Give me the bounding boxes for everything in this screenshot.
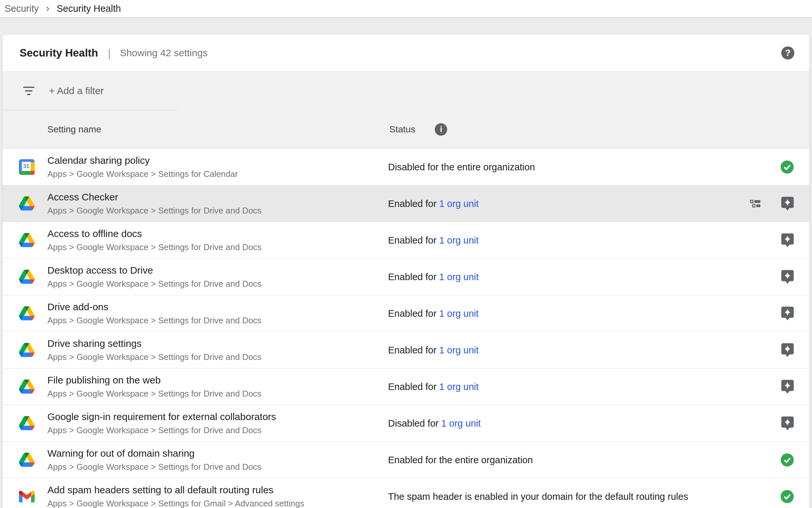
add-filter-button[interactable]: + Add a filter [49,85,104,96]
setting-path: Apps > Google Workspace > Settings for D… [47,352,261,362]
table-row[interactable]: File publishing on the webApps > Google … [3,369,809,405]
setting-name: File publishing on the web [47,375,261,386]
filter-icon[interactable] [23,87,35,95]
recommendation-badge-icon[interactable] [781,307,794,321]
org-unit-link[interactable]: 1 org unit [439,198,479,209]
help-icon[interactable]: ? [781,46,794,59]
setting-path: Apps > Google Workspace > Settings for C… [47,169,238,179]
recommendation-badge-icon[interactable] [781,343,794,357]
column-header-status-wrap: Status i [389,123,447,136]
table-row[interactable]: 31Calendar sharing policyApps > Google W… [3,149,809,185]
table-row[interactable]: Desktop access to DriveApps > Google Wor… [3,259,809,295]
status-ok-icon [781,454,794,466]
recommendation-badge-icon[interactable] [781,234,794,247]
status-text: Enabled for [388,271,436,282]
security-health-card: Security Health | Showing 42 settings ? … [3,35,809,508]
drive-icon [19,269,35,285]
drive-icon [19,196,35,212]
status-text: Enabled for the entire organization [388,454,533,465]
org-unit-link[interactable]: 1 org unit [439,235,479,245]
breadcrumb-security[interactable]: Security [5,3,39,14]
setting-name: Access Checker [47,192,261,203]
setting-name: Drive add-ons [47,301,261,312]
setting-name: Calendar sharing policy [47,155,238,166]
table-row[interactable]: Drive add-onsApps > Google Workspace > S… [3,295,809,332]
table-row[interactable]: Access CheckerApps > Google Workspace > … [3,185,809,222]
org-unit-link[interactable]: 1 org unit [439,381,479,392]
table-row[interactable]: Warning for out of domain sharingApps > … [3,441,809,478]
table-row[interactable]: Add spam headers setting to all default … [3,478,809,508]
column-header-setting-name: Setting name [47,124,101,135]
settings-table-body: 31Calendar sharing policyApps > Google W… [3,149,809,508]
drive-icon [19,416,35,431]
setting-name-cell: Warning for out of domain sharingApps > … [47,448,261,472]
table-header-row: Setting name Status i [3,110,809,149]
setting-name: Add spam headers setting to all default … [47,484,304,496]
card-header: Security Health | Showing 42 settings ? [3,35,809,72]
breadcrumb: Security › Security Health [0,0,812,17]
recommendation-badge-icon[interactable] [781,197,794,211]
status-cell: Disabled for the entire organization [388,162,535,172]
status-cell: Enabled for1 org unit [388,381,479,392]
setting-name: Access to offline docs [47,228,261,239]
status-text: Disabled for the entire organization [388,162,535,172]
drive-icon [19,306,35,321]
drive-icon [19,452,35,468]
setting-path: Apps > Google Workspace > Settings for D… [47,315,261,326]
info-icon[interactable]: i [435,123,447,136]
org-unit-link[interactable]: 1 org unit [439,271,479,282]
filter-row: + Add a filter [3,72,809,110]
table-row[interactable]: Drive sharing settingsApps > Google Work… [3,332,809,369]
title-separator: | [108,47,111,59]
setting-name-cell: File publishing on the webApps > Google … [47,375,261,399]
setting-name-cell: Access CheckerApps > Google Workspace > … [47,192,261,216]
status-cell: The spam header is enabled in your domai… [388,491,688,502]
status-cell: Enabled for1 org unit [388,271,479,282]
status-text: Enabled for [388,381,436,392]
status-cell: Enabled for1 org unit [388,308,479,319]
status-ok-icon [781,490,794,503]
setting-name-cell: Drive add-onsApps > Google Workspace > S… [47,301,261,326]
breadcrumb-security-health: Security Health [56,3,121,14]
drive-icon [19,379,35,394]
recommendation-badge-icon[interactable] [781,417,794,430]
status-cell: Enabled for1 org unit [388,198,479,209]
status-ok-icon [781,161,794,174]
recommendation-badge-icon[interactable] [781,380,794,393]
setting-name-cell: Desktop access to DriveApps > Google Wor… [47,265,261,289]
setting-path: Apps > Google Workspace > Settings for D… [47,206,261,216]
settings-count: Showing 42 settings [120,47,208,58]
setting-name-cell: Add spam headers setting to all default … [47,484,304,508]
chevron-right-icon: › [46,2,50,14]
setting-name-cell: Google sign-in requirement for external … [47,411,276,435]
filter-and-header-band: + Add a filter Setting name Status i [3,72,809,149]
setting-name: Google sign-in requirement for external … [47,411,276,422]
column-header-status: Status [389,124,415,135]
setting-name-cell: Drive sharing settingsApps > Google Work… [47,338,261,362]
org-unit-link[interactable]: 1 org unit [439,345,479,355]
setting-name-cell: Access to offline docsApps > Google Work… [47,228,261,252]
status-text: Enabled for [388,308,436,319]
page-title: Security Health [19,47,98,59]
status-text: Enabled for [388,345,436,355]
setting-path: Apps > Google Workspace > Settings for D… [47,279,261,289]
drive-icon [19,232,35,248]
setting-path: Apps > Google Workspace > Settings for G… [47,499,304,508]
org-units-icon[interactable] [750,200,761,208]
calendar-icon: 31 [19,159,35,175]
table-row[interactable]: Google sign-in requirement for external … [3,405,809,441]
org-unit-link[interactable]: 1 org unit [441,418,481,428]
setting-name: Drive sharing settings [47,338,261,349]
status-text: Enabled for [388,198,436,209]
setting-path: Apps > Google Workspace > Settings for D… [47,425,276,435]
table-row[interactable]: Access to offline docsApps > Google Work… [3,222,809,259]
status-text: Enabled for [388,235,436,245]
gmail-icon [19,489,35,504]
status-text: The spam header is enabled in your domai… [388,491,688,502]
drive-icon [19,342,35,358]
status-cell: Enabled for1 org unit [388,235,479,246]
recommendation-badge-icon[interactable] [781,270,794,284]
status-cell: Enabled for the entire organization [388,454,533,465]
setting-path: Apps > Google Workspace > Settings for D… [47,389,261,399]
org-unit-link[interactable]: 1 org unit [439,308,479,319]
